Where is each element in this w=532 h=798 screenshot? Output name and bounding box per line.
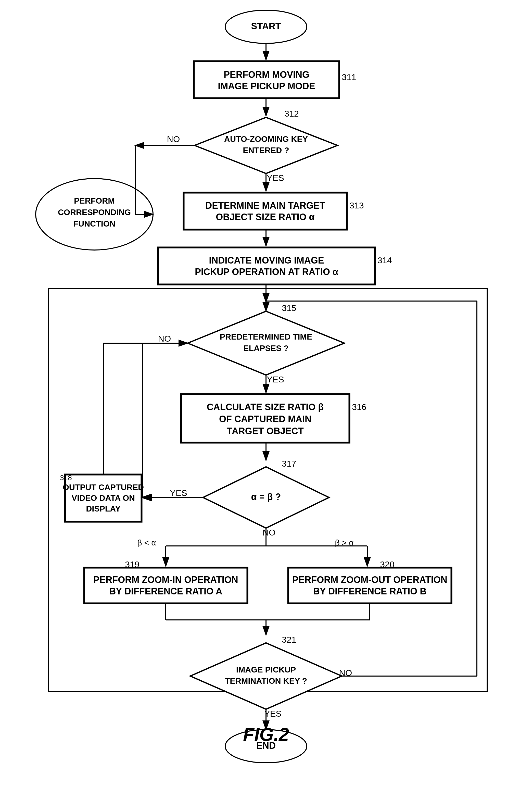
no-312: NO xyxy=(167,134,180,144)
diamond-317-text: α = β ? xyxy=(251,491,281,502)
perform-func-text1: PERFORM xyxy=(74,196,115,205)
box-311-text2: IMAGE PICKUP MODE xyxy=(218,81,315,91)
box-314-text2: PICKUP OPERATION AT RATIO α xyxy=(195,266,338,277)
box-313 xyxy=(184,192,347,229)
ref-316: 316 xyxy=(352,402,366,412)
diamond-321-text2: TERMINATION KEY ? xyxy=(225,676,307,686)
start-label: START xyxy=(251,21,281,31)
diamond-315-text2: ELAPSES ? xyxy=(243,344,289,353)
diamond-312-text2: ENTERED ? xyxy=(243,146,289,155)
box-320 xyxy=(288,568,451,604)
ref-311: 311 xyxy=(342,72,356,82)
box-314-text1: INDICATE MOVING IMAGE xyxy=(209,255,324,265)
box-316-text3: TARGET OBJECT xyxy=(227,426,303,436)
ref-315: 315 xyxy=(282,303,296,313)
diamond-312 xyxy=(195,117,337,173)
perform-func-text3: FUNCTION xyxy=(73,219,115,228)
box-319 xyxy=(84,568,247,604)
diamond-315-text1: PREDETERMINED TIME xyxy=(220,332,312,341)
box-311-text1: PERFORM MOVING xyxy=(224,69,309,80)
beta-gt-alpha: β > α xyxy=(335,538,354,547)
fig-label: FIG.2 xyxy=(243,724,289,745)
ref-317: 317 xyxy=(282,459,296,468)
box-319-text1: PERFORM ZOOM-IN OPERATION xyxy=(93,575,238,585)
ref-314: 314 xyxy=(377,255,392,265)
box-320-text2: BY DIFFERENCE RATIO B xyxy=(313,586,427,596)
box-314 xyxy=(158,247,375,284)
ref-318: 318 xyxy=(60,474,72,482)
box-313-text1: DETERMINE MAIN TARGET xyxy=(205,200,325,211)
yes-312: YES xyxy=(267,173,284,183)
diamond-312-text1: AUTO-ZOOMING KEY xyxy=(224,134,308,144)
no-315: NO xyxy=(158,334,171,344)
flowchart-svg: .flow-text { font-family: Arial, sans-se… xyxy=(0,0,532,765)
yes-321: YES xyxy=(264,709,282,719)
box-316-text2: OF CAPTURED MAIN xyxy=(219,414,311,424)
beta-lt-alpha: β < α xyxy=(137,538,156,547)
diagram-container: .flow-text { font-family: Arial, sans-se… xyxy=(0,0,532,765)
perform-func-text2: CORRESPONDING xyxy=(58,208,131,217)
box-318-text3: DISPLAY xyxy=(86,504,121,513)
yes-317: YES xyxy=(170,488,187,498)
yes-315: YES xyxy=(267,374,284,384)
no-317: NO xyxy=(263,527,276,537)
ref-313: 313 xyxy=(349,201,364,210)
box-313-text2: OBJECT SIZE RATIO α xyxy=(216,212,315,222)
ref-321: 321 xyxy=(282,635,296,645)
ref-312: 312 xyxy=(284,109,299,118)
box-318-text2: VIDEO DATA ON xyxy=(72,494,135,503)
box-318-text1: OUTPUT CAPTURED xyxy=(63,483,144,492)
box-319-text2: BY DIFFERENCE RATIO A xyxy=(109,586,222,596)
box-316-text1: CALCULATE SIZE RATIO β xyxy=(207,402,324,412)
box-320-text1: PERFORM ZOOM-OUT OPERATION xyxy=(292,575,447,585)
diamond-321-text1: IMAGE PICKUP xyxy=(236,665,296,674)
